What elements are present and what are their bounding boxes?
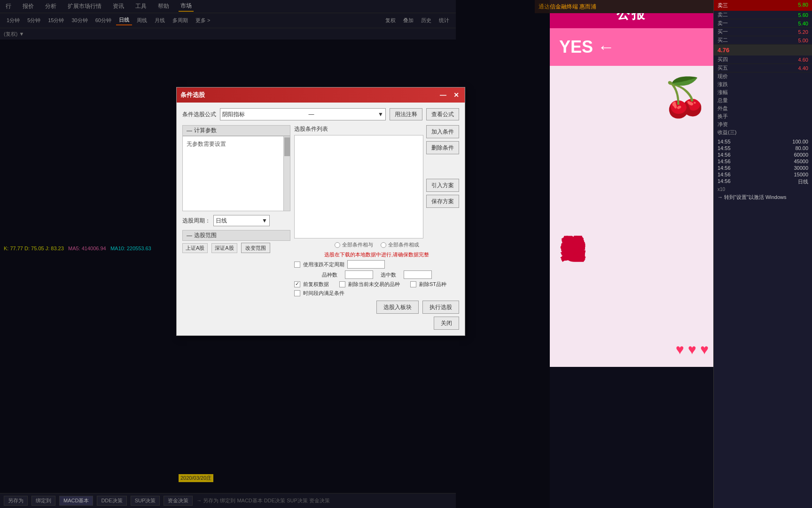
stat-huanshou: 换手 xyxy=(714,112,812,120)
period-row: 选股周期： 日线 ▼ xyxy=(182,215,290,226)
checkbox-time[interactable] xyxy=(294,290,300,296)
btn-import-plan[interactable]: 引入方案 xyxy=(426,179,459,192)
calc-params-label: 计算参数 xyxy=(194,127,217,135)
checkbox-time-label: 时间段内满足条件 xyxy=(303,290,344,297)
buy-one-row: 买一 5.20 xyxy=(714,28,812,36)
btn-close[interactable]: 关闭 xyxy=(434,317,459,330)
checkbox-zhangdie[interactable] xyxy=(294,262,300,268)
period-select[interactable]: 日线 ▼ xyxy=(213,215,270,226)
time-row-4: 14:5645000 xyxy=(714,158,812,165)
btn-execute[interactable]: 执行选股 xyxy=(422,301,459,314)
btn-use-annotation[interactable]: 用法注释 xyxy=(390,108,422,120)
btn-view-formula[interactable]: 查看公式 xyxy=(426,108,459,120)
range-header: — 选股范围 xyxy=(182,230,290,241)
time-row-7: 14:56日线 xyxy=(714,178,812,186)
radio-and[interactable]: 全部条件相与 xyxy=(335,241,373,248)
stat-waipan: 外盘 xyxy=(714,104,812,112)
modal-body: 条件选股公式 阴阳指标 — ▼ 用法注释 查看公式 — 计算参数 无参数需要设置 xyxy=(177,103,465,335)
count-input xyxy=(345,270,373,279)
buy-three-row: 买四 4.60 xyxy=(714,56,812,64)
modal-close-btn[interactable]: ✕ xyxy=(452,91,461,99)
formula-value: 阴阳指标 xyxy=(222,111,245,119)
buy-four-row: 买五 4.40 xyxy=(714,64,812,72)
cherry-icon: 🍒 xyxy=(662,75,709,119)
time-row-2: 14:5580.00 xyxy=(714,145,812,151)
radio-and-label: 全部条件相与 xyxy=(342,241,373,248)
hearts-decoration: ♥ ♥ ♥ xyxy=(676,341,709,357)
app-info-bar: 通达信金融终端 惠而浦 xyxy=(535,0,713,13)
stat-zongliang: 总量 xyxy=(714,96,812,104)
range-tag-sz: 深证A股 xyxy=(211,243,237,253)
radio-or-label: 全部条件相或 xyxy=(388,241,419,248)
period-label: 选股周期： xyxy=(182,217,211,225)
checkbox-fuquan-row: 前复权数据 剔除当前未交易的品种 剔除ST品种 xyxy=(294,281,459,288)
stat-zhangdie: 涨跌 xyxy=(714,80,812,88)
checkbox-exclude-notrade-label: 剔除当前未交易的品种 xyxy=(348,281,400,288)
radio-and-circle xyxy=(335,242,340,248)
current-price-bar: 4.76 xyxy=(714,45,812,56)
param-scrollbar[interactable] xyxy=(283,136,290,211)
right-panel: 卖三 5.80 卖二 5.60 卖一 5.40 买一 5.20 买二 5.00 … xyxy=(713,0,812,508)
selected-label: 选中数 xyxy=(381,271,396,278)
ad-yes-text: YES ← xyxy=(559,37,615,57)
stat-shouyi: 收益(三) xyxy=(714,128,812,136)
btn-add-condition[interactable]: 加入条件 xyxy=(426,125,459,138)
range-section: — 选股范围 上证A股 深证A股 改变范围 xyxy=(182,230,290,253)
sell-two-row: 卖二 5.60 xyxy=(714,11,812,19)
condition-area: 选股条件列表 加入条件 删除条件 引入方案 保存方案 xyxy=(294,125,459,238)
checkbox-fuquan[interactable] xyxy=(294,281,300,287)
count-label: 品种数 xyxy=(322,271,337,278)
formula-label: 条件选股公式 xyxy=(182,111,216,119)
btn-basket[interactable]: 选股入板块 xyxy=(376,301,419,314)
modal-title-controls: — ✕ xyxy=(438,91,461,99)
checkbox-exclude-notrade[interactable] xyxy=(339,281,345,287)
formula-select[interactable]: 阴阳指标 — ▼ xyxy=(220,108,386,120)
calc-params-header: — 计算参数 xyxy=(182,125,290,136)
time-row-1: 14:55100.00 xyxy=(714,138,812,145)
modal-bottom-buttons: 选股入板块 执行选股 xyxy=(294,301,459,314)
radio-row: 全部条件相与 全部条件相或 xyxy=(294,241,459,248)
range-label: 选股范围 xyxy=(194,231,217,239)
period-value: 日线 xyxy=(216,217,227,225)
condition-button-group: 加入条件 删除条件 引入方案 保存方案 xyxy=(426,125,459,238)
checkbox-fuquan-label: 前复权数据 xyxy=(303,281,329,288)
range-row: 上证A股 深证A股 改变范围 xyxy=(182,243,290,253)
time-row-5: 14:5630000 xyxy=(714,165,812,171)
modal-dialog: 条件选股 — ✕ 条件选股公式 阴阳指标 — ▼ 用法注释 查看公式 — xyxy=(176,87,465,336)
modal-right-panel: 选股条件列表 加入条件 删除条件 引入方案 保存方案 全部 xyxy=(294,125,459,330)
ad-content: 我们通过这个选股器来选股的话 🍒 ♥ ♥ ♥ xyxy=(550,66,713,367)
modal-left-panel: — 计算参数 无参数需要设置 选股周期： 日线 ▼ xyxy=(182,125,290,330)
modal-minimize-btn[interactable]: — xyxy=(438,91,448,99)
formula-row: 条件选股公式 阴阳指标 — ▼ 用法注释 查看公式 xyxy=(182,108,459,120)
modal-title-bar: 条件选股 — ✕ xyxy=(177,87,465,103)
param-scrollbar-thumb xyxy=(284,137,290,156)
time-entries: 14:55100.00 14:5580.00 14:5660000 14:564… xyxy=(714,138,812,202)
btn-delete-condition[interactable]: 删除条件 xyxy=(426,141,459,154)
checkbox-time-row: 时间段内满足条件 xyxy=(294,290,459,297)
radio-or[interactable]: 全部条件相或 xyxy=(381,241,419,248)
modal-title: 条件选股 xyxy=(180,91,205,99)
zhangdie-input[interactable] xyxy=(347,260,385,269)
checkbox-zhangdie-label: 使用涨跌不定周期 xyxy=(303,261,344,268)
btn-change-range[interactable]: 改变范围 xyxy=(241,243,270,253)
sell-three-label: 卖三 xyxy=(718,2,728,9)
param-box: 无参数需要设置 xyxy=(182,136,290,211)
buy-two-row: 买二 5.00 xyxy=(714,36,812,45)
checkbox-exclude-st[interactable] xyxy=(410,281,416,287)
sell-one-row: 卖一 5.40 xyxy=(714,19,812,28)
condition-list-container: 选股条件列表 xyxy=(294,125,423,238)
price-header: 卖三 5.80 xyxy=(714,0,812,11)
stats-row: 品种数 选中数 xyxy=(294,270,459,279)
time-row-3: 14:5660000 xyxy=(714,151,812,158)
stat-xianjia: 现价 xyxy=(714,72,812,80)
period-dropdown-icon: ▼ xyxy=(262,217,267,224)
checkbox-exclude-st-label: 剔除ST品种 xyxy=(419,281,446,288)
btn-save-plan[interactable]: 保存方案 xyxy=(426,195,459,208)
ad-main-text: 我们通过这个选股器来选股的话 xyxy=(550,207,595,226)
modal-content-area: — 计算参数 无参数需要设置 选股周期： 日线 ▼ xyxy=(182,125,459,330)
formula-dropdown-icon: ▼ xyxy=(378,111,383,118)
no-params-text: 无参数需要设置 xyxy=(183,136,290,152)
ad-panel: 公报 YES ← 我们通过这个选股器来选股的话 🍒 ♥ ♥ ♥ xyxy=(550,0,713,508)
range-tag-sh: 上证A股 xyxy=(182,243,208,253)
sell-three-price: 5.80 xyxy=(798,2,808,9)
